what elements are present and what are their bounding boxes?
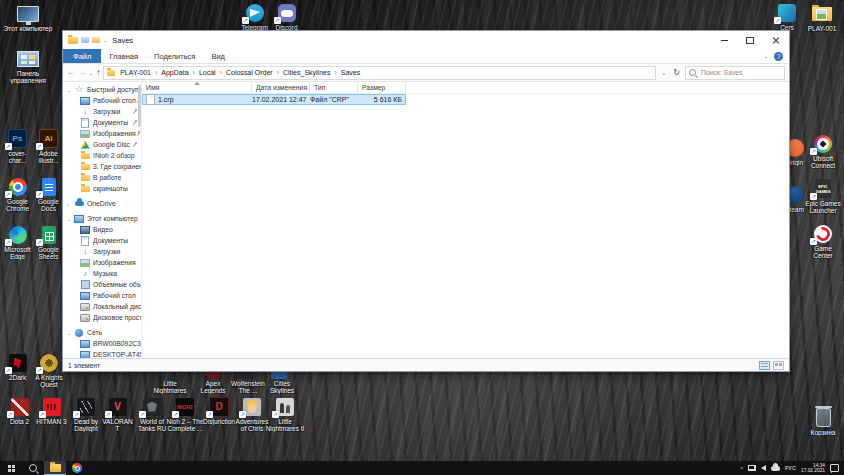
- breadcrumb-saves[interactable]: Saves: [340, 69, 365, 76]
- forward-icon[interactable]: →: [78, 68, 86, 78]
- sidebar-item-documents[interactable]: Документы: [66, 117, 141, 128]
- taskbar-search-button[interactable]: [22, 461, 44, 475]
- address-bar[interactable]: PLAY-001 AppData Local Colossal Order Ci…: [103, 66, 656, 80]
- start-button[interactable]: [0, 461, 22, 475]
- sidebar-item-pictures2[interactable]: Изображения: [66, 257, 141, 268]
- desktop-icon-cers[interactable]: Cers: [772, 2, 802, 31]
- history-chevron-icon[interactable]: ⌄: [89, 70, 93, 76]
- tab-share[interactable]: Поделиться: [146, 49, 203, 63]
- desktop-icon-photoshop[interactable]: Ps cover-char...: [1, 128, 34, 164]
- system-tray: ^ РУС 14:34 17.02.2021: [740, 463, 844, 473]
- qat-properties-icon[interactable]: [81, 37, 89, 43]
- sidebar-item-videos[interactable]: Видео: [66, 224, 141, 235]
- desktop-icon-hitman3[interactable]: III HITMAN 3: [35, 396, 68, 425]
- sidebar-item-screenshots[interactable]: скриншоты: [66, 183, 141, 194]
- sidebar-item-storage-space[interactable]: Дисковое прост: [66, 312, 141, 323]
- desktop-icon-epic-games[interactable]: EPIC GAMES Epic Games Launcher: [805, 178, 841, 214]
- desktop-wallpaper: Этот компьютер Панель управления Ps cove…: [0, 0, 844, 475]
- window-folder-icon: [68, 37, 78, 44]
- sidebar-item-quick-access[interactable]: ⌄Быстрый доступ: [66, 84, 141, 95]
- sidebar-item-desktop[interactable]: Рабочий стол: [66, 95, 141, 106]
- wolfenstein-icon[interactable]: [237, 372, 253, 379]
- desktop-icon-cities-skylines[interactable]: Cities Skylines: [262, 380, 302, 394]
- onedrive-tray-icon[interactable]: [771, 466, 780, 471]
- desktop-icon-little-nightmares[interactable]: Little Nightmares: [148, 380, 192, 394]
- breadcrumb-appdata[interactable]: AppData: [160, 69, 196, 76]
- desktop-icon-telegram[interactable]: Telegram: [238, 2, 271, 31]
- language-indicator[interactable]: РУС: [785, 465, 796, 471]
- sidebar-item-in-progress[interactable]: В работе: [66, 172, 141, 183]
- desktop-icon-valorant[interactable]: V VALORANT: [101, 396, 134, 432]
- desktop-icon-label: HITMAN 3: [35, 418, 68, 425]
- notification-center-icon[interactable]: [830, 464, 839, 472]
- volume-tray-icon[interactable]: [761, 465, 766, 471]
- desktop-icon-dota2[interactable]: Dota 2: [3, 396, 36, 425]
- tray-expand-chevron-icon[interactable]: ^: [740, 466, 743, 472]
- qat-customize-chevron-icon[interactable]: ⌄: [103, 37, 107, 43]
- breadcrumb-local[interactable]: Local: [198, 69, 223, 76]
- details-view-button[interactable]: [759, 361, 770, 370]
- sidebar-item-network-pc-1[interactable]: BRW00B092C3D7: [66, 338, 141, 349]
- desktop-icon-illustrator[interactable]: Ai Adobe Illustr...: [32, 128, 65, 164]
- clock[interactable]: 14:34 17.02.2021: [801, 463, 825, 473]
- column-date-modified[interactable]: Дата изменения: [252, 82, 310, 93]
- qat-new-folder-icon[interactable]: [92, 37, 100, 43]
- desktop-icon-chrome[interactable]: Google Chrome: [1, 176, 34, 212]
- desktop-icon-control-panel[interactable]: Панель управления: [2, 48, 54, 84]
- sidebar-item-network[interactable]: ⌄Сеть: [66, 327, 141, 338]
- tab-home[interactable]: Главная: [101, 49, 146, 63]
- sidebar-item-downloads[interactable]: Загрузки: [66, 106, 141, 117]
- desktop-icon-google-sheets[interactable]: Google Sheets: [32, 224, 65, 260]
- clock-date: 17.02.2021: [801, 468, 825, 473]
- desktop-icon-little-nightmares-2[interactable]: Little Nightmares II: [265, 396, 305, 432]
- up-icon[interactable]: ↑: [96, 68, 100, 78]
- file-row[interactable]: 1.crp 17.02.2021 12:47 Файл "CRP" 5 616 …: [142, 94, 406, 105]
- sidebar-item-local-disk[interactable]: Локальный диск: [66, 301, 141, 312]
- nav-scrollbar[interactable]: [138, 85, 141, 127]
- minimize-button[interactable]: [711, 31, 737, 49]
- address-dropdown-chevron-icon[interactable]: ⌄: [659, 69, 668, 76]
- search-input[interactable]: [699, 68, 781, 77]
- cities-skylines-icon[interactable]: [271, 372, 287, 379]
- desktop-icon-play001[interactable]: PLAY-001: [804, 3, 840, 32]
- sidebar-item-saves-folder[interactable]: 3. Где сохранен: [66, 161, 141, 172]
- breadcrumb-cities-skylines[interactable]: Cities_Skylines: [282, 69, 338, 76]
- sidebar-item-this-pc[interactable]: ⌄Этот компьютер: [66, 213, 141, 224]
- refresh-icon[interactable]: ↻: [671, 68, 682, 77]
- sidebar-item-3d-objects[interactable]: Объемные объе: [66, 279, 141, 290]
- desktop-icon-google-docs[interactable]: Google Docs: [32, 176, 65, 212]
- expand-ribbon-chevron-icon[interactable]: ⌄: [764, 53, 768, 59]
- close-button[interactable]: [763, 31, 789, 49]
- sidebar-item-nioh-folder[interactable]: !Nioh 2 обзор: [66, 150, 141, 161]
- sidebar-item-pictures[interactable]: Изображения: [66, 128, 141, 139]
- desktop-icon-apex-legends[interactable]: Apex Legends: [194, 380, 232, 394]
- sidebar-item-documents2[interactable]: Документы: [66, 235, 141, 246]
- desktop-icon-edge[interactable]: Microsoft Edge: [1, 224, 34, 260]
- desktop-icon-ubisoft-connect[interactable]: Ubisoft Connect: [805, 133, 841, 169]
- sidebar-item-music[interactable]: Музыка: [66, 268, 141, 279]
- taskbar-chrome-button[interactable]: [66, 461, 88, 475]
- apex-legends-icon[interactable]: [205, 372, 221, 379]
- sidebar-item-network-pc-2[interactable]: DESKTOP-AT45C: [66, 349, 141, 358]
- breadcrumb-play001[interactable]: PLAY-001: [119, 69, 158, 76]
- back-icon[interactable]: ←: [67, 68, 75, 78]
- sidebar-item-desktop2[interactable]: Рабочий стол: [66, 290, 141, 301]
- maximize-button[interactable]: [737, 31, 763, 49]
- breadcrumb-colossal-order[interactable]: Colossal Order: [225, 69, 280, 76]
- title-bar[interactable]: ⌄ Saves: [63, 31, 789, 49]
- desktop-icon-recycle-bin[interactable]: Корзина: [805, 407, 841, 436]
- sidebar-item-onedrive[interactable]: ›OneDrive: [66, 198, 141, 209]
- column-size[interactable]: Размер: [358, 82, 406, 93]
- tab-file[interactable]: Файл: [63, 49, 101, 63]
- help-icon[interactable]: ?: [774, 52, 783, 61]
- desktop-icon-this-pc[interactable]: Этот компьютер: [2, 3, 54, 32]
- desktop-icon-discord[interactable]: Discord: [270, 2, 303, 31]
- thumbnails-view-button[interactable]: [773, 361, 784, 370]
- desktop-icon-dead-by-daylight[interactable]: Dead by Daylight: [67, 396, 105, 432]
- desktop-icon-game-center[interactable]: Game Center: [805, 223, 841, 259]
- tab-view[interactable]: Вид: [203, 49, 233, 63]
- taskbar-explorer-button[interactable]: [44, 461, 66, 475]
- sidebar-item-downloads2[interactable]: Загрузки: [66, 246, 141, 257]
- sidebar-item-google-drive[interactable]: Google Disc: [66, 139, 141, 150]
- column-type[interactable]: Тип: [310, 82, 358, 93]
